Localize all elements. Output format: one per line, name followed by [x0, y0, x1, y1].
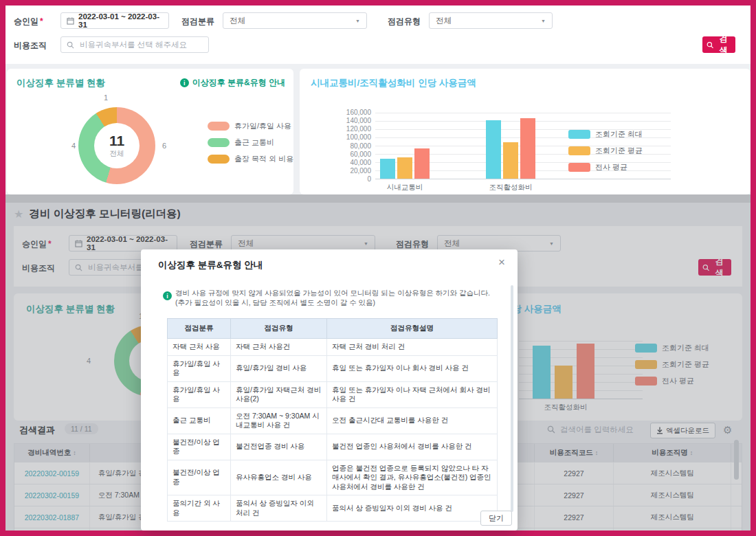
bar-group-sinae: [380, 148, 430, 179]
info-icon: i: [163, 291, 172, 300]
bar: [503, 142, 518, 179]
anomaly-guide-modal: 이상징후 분류&유형 안내 × i 경비 사용 규정에 맞지 않게 사용되었을 …: [141, 249, 518, 531]
table-row: 품의기간 외 사용품의서 상 증빙일자 이외 처리 건품의서 상 증빙일자 이외…: [168, 495, 498, 522]
legend-label: 출장 목적 외 비용: [234, 154, 293, 164]
y-axis-tick: 80,000: [350, 142, 371, 149]
bar: [397, 157, 412, 179]
x-axis-label: 시내교통비: [387, 183, 423, 192]
legend-label: 휴가일/휴일 사용: [234, 121, 291, 131]
org-search-box[interactable]: [60, 36, 209, 53]
anomaly-guide-link-label: 이상징후 분류&유형 안내: [192, 77, 285, 89]
y-axis-tick: 140,000: [346, 117, 371, 124]
legend-item: 전사 평균: [568, 162, 643, 172]
y-axis-tick: 0: [367, 175, 371, 183]
slice-value-label: 6: [162, 142, 166, 150]
slice-value-label: 4: [71, 142, 76, 150]
legend-item: 출장 목적 외 비용: [208, 154, 293, 164]
donut-card-title: 이상징후 분류별 현황: [16, 77, 105, 89]
modal-info-line2: (추가 필요성이 있을 시, 담당 조직에서 별도 소명이 갈 수 있음): [175, 298, 375, 308]
legend-label: 조회기준 평균: [595, 146, 643, 156]
table-row: 불건전/이상 업종불건전업종 경비 사용불건전 업종인 사용처에서 경비를 사용…: [168, 434, 498, 460]
bar-group-jojik: [486, 118, 535, 179]
modal-title: 이상징후 분류&유형 안내: [158, 259, 263, 271]
y-axis-tick: 100,000: [346, 133, 371, 141]
category-select-value: 전체: [230, 16, 245, 26]
date-range-value: 2022-03-01 ~ 2022-03-31: [78, 12, 163, 29]
bar: [414, 148, 430, 179]
legend-label: 출근 교통비: [234, 137, 274, 148]
legend-swatch: [208, 122, 230, 131]
search-button[interactable]: 검색: [702, 36, 735, 53]
bar-card-title: 시내교통비/조직활성화비 인당 사용금액: [311, 77, 476, 89]
search-button-label: 검색: [715, 33, 731, 56]
anomaly-type-table: 점검분류 점검유형 점검유형설명 자택 근처 사용자택 근처 사용건자택 근처 …: [167, 318, 498, 522]
column-header: 점검유형: [231, 319, 327, 339]
table-row: 불건전/이상 업종유사유흥업소 경비 사용업종은 불건전 업종으로 등록되지 않…: [168, 460, 498, 495]
legend-item: 휴가일/휴일 사용: [208, 121, 293, 131]
top-section: 승인일* 2022-03-01 ~ 2022-03-31 점검분류 전체 ▼ 점…: [5, 5, 751, 194]
y-axis-tick: 60,000: [350, 150, 371, 157]
table-row: 자택 근처 사용자택 근처 사용건자택 근처 경비 처리 건: [168, 339, 498, 356]
search-icon: [67, 41, 74, 49]
date-range-input[interactable]: 2022-03-01 ~ 2022-03-31: [60, 12, 169, 29]
donut-legend: 휴가일/휴일 사용출근 교통비출장 목적 외 비용: [208, 121, 293, 170]
anomaly-guide-link[interactable]: i 이상징후 분류&유형 안내: [180, 77, 285, 89]
required-mark: *: [40, 16, 43, 26]
org-label: 비용조직: [14, 40, 47, 52]
legend-item: 조회기준 평균: [568, 146, 643, 156]
y-axis: 160,000140,000120,000100,00080,00060,000…: [327, 112, 371, 179]
donut-total-value: 11: [109, 133, 124, 148]
type-label: 점검유형: [388, 16, 421, 27]
y-axis-tick: 160,000: [346, 109, 371, 116]
legend-swatch: [568, 163, 590, 172]
donut-center: 11 전체: [94, 123, 140, 168]
bar: [486, 120, 501, 179]
donut-chart-card: 이상징후 분류별 현황 i 이상징후 분류&유형 안내 11 전체 1 4 6 …: [7, 69, 293, 194]
modal-info-line1: 경비 사용 규정에 맞지 않게 사용되었을 가능성이 있어 모니터링 되는 이상…: [175, 289, 490, 298]
legend-swatch: [568, 146, 590, 155]
bar-chart-card: 시내교통비/조직활성화비 인당 사용금액 160,000140,000120,0…: [300, 69, 751, 194]
legend-swatch: [208, 155, 230, 164]
column-header: 점검유형설명: [327, 319, 498, 339]
legend-swatch: [568, 130, 590, 139]
type-select-value: 전체: [436, 16, 452, 26]
y-axis-tick: 40,000: [350, 158, 371, 166]
category-label: 점검분류: [181, 16, 214, 27]
search-icon: [707, 41, 713, 49]
modal-scrollbar[interactable]: [511, 285, 513, 512]
close-icon[interactable]: ×: [498, 256, 505, 268]
calendar-icon: [67, 17, 74, 25]
donut-total-label: 전체: [110, 149, 124, 159]
approval-date-label: 승인일*: [14, 16, 43, 27]
bar-legend: 조회기준 최대조회기준 평균전사 평균: [568, 129, 643, 179]
table-row: 휴가일/휴일 사용휴일/휴가일 경비 사용휴일 또는 휴가일자 이나 회사 경비…: [168, 355, 498, 381]
table-header-row: 점검분류 점검유형 점검유형설명: [168, 319, 498, 339]
x-axis-label: 조직활성화비: [489, 183, 533, 192]
y-axis-tick: 20,000: [350, 166, 371, 174]
bar: [380, 159, 395, 179]
type-select[interactable]: 전체 ▼: [429, 12, 553, 29]
column-header: 점검분류: [168, 319, 231, 339]
legend-label: 조회기준 최대: [595, 129, 643, 139]
slice-value-label: 1: [104, 93, 108, 102]
chevron-down-icon: ▼: [355, 19, 360, 23]
legend-item: 출근 교통비: [208, 137, 293, 148]
bar: [520, 118, 535, 179]
category-select[interactable]: 전체 ▼: [223, 12, 367, 29]
modal-close-button[interactable]: 닫기: [480, 511, 512, 526]
info-icon: i: [180, 78, 189, 87]
table-row: 휴가일/휴일 사용휴일/휴가일 자택근처 경비 사용(2)휴일 또는 휴가일자 …: [168, 381, 498, 407]
org-search-input[interactable]: [78, 40, 203, 49]
filter-bar: 승인일* 2022-03-01 ~ 2022-03-31 점검분류 전체 ▼ 점…: [5, 5, 751, 64]
y-axis-tick: 120,000: [346, 125, 371, 133]
chevron-down-icon: ▼: [541, 19, 546, 23]
donut-chart: 11 전체: [78, 107, 155, 184]
legend-label: 전사 평균: [595, 162, 627, 172]
legend-swatch: [208, 138, 230, 147]
legend-item: 조회기준 최대: [568, 129, 643, 139]
table-row: 출근 교통비오전 7:30AM ~ 9:30AM 시내교통비 사용 건오전 출근…: [168, 407, 498, 434]
